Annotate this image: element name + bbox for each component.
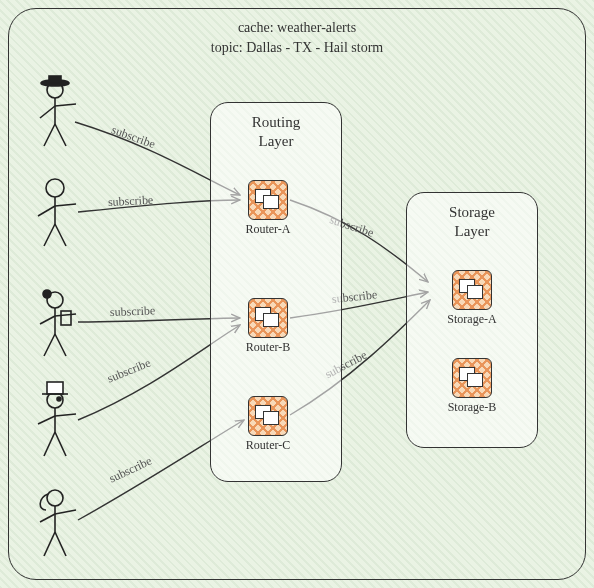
- header-cache: cache: weather-alerts: [0, 18, 594, 38]
- actor-user-tophat: [32, 380, 78, 450]
- actor-user-plain: [32, 176, 78, 246]
- router-c-node: [248, 396, 288, 436]
- edge-label-u2: subscribe: [108, 193, 154, 210]
- storage-b-node: [452, 358, 492, 398]
- router-a-label: Router-A: [245, 222, 290, 237]
- svg-point-10: [57, 397, 61, 401]
- svg-rect-2: [49, 76, 61, 83]
- svg-point-5: [43, 290, 51, 298]
- edge-label-u3: subscribe: [110, 303, 156, 320]
- storage-a-node: [452, 270, 492, 310]
- actor-user-ponytail: [32, 486, 78, 556]
- header: cache: weather-alerts topic: Dallas - TX…: [0, 18, 594, 57]
- svg-point-11: [47, 490, 63, 506]
- svg-rect-8: [47, 382, 63, 394]
- storage-a-label: Storage-A: [447, 312, 496, 327]
- router-b-node: [248, 298, 288, 338]
- header-topic: topic: Dallas - TX - Hail storm: [0, 38, 594, 58]
- router-b-label: Router-B: [246, 340, 290, 355]
- routing-title: Routing Layer: [211, 113, 341, 151]
- svg-point-3: [46, 179, 64, 197]
- storage-b-label: Storage-B: [448, 400, 497, 415]
- diagram-canvas: cache: weather-alerts topic: Dallas - TX…: [0, 0, 594, 588]
- router-a-node: [248, 180, 288, 220]
- router-c-label: Router-C: [246, 438, 290, 453]
- storage-title: Storage Layer: [407, 203, 537, 241]
- actor-user-bun: [32, 286, 78, 356]
- svg-rect-6: [61, 311, 71, 325]
- actor-user-hat: [32, 76, 78, 146]
